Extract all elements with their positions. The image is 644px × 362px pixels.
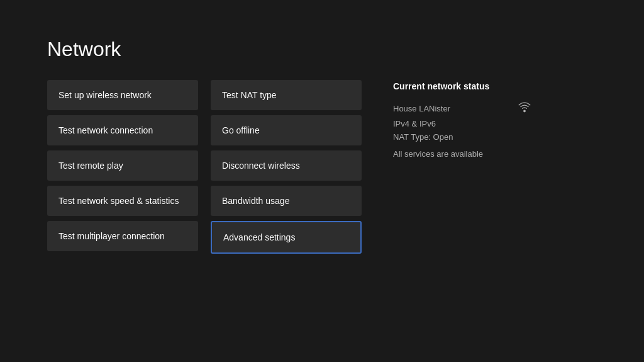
test-speed-button[interactable]: Test network speed & statistics bbox=[47, 186, 198, 216]
network-name-row: House LANister bbox=[393, 101, 531, 115]
test-multiplayer-button[interactable]: Test multiplayer connection bbox=[47, 221, 198, 251]
content-area: Set up wireless network Test network con… bbox=[47, 80, 597, 337]
go-offline-button[interactable]: Go offline bbox=[211, 115, 362, 145]
setup-wireless-button[interactable]: Set up wireless network bbox=[47, 80, 198, 110]
left-column: Set up wireless network Test network con… bbox=[47, 80, 198, 337]
advanced-settings-button[interactable]: Advanced settings bbox=[211, 221, 362, 254]
nat-type-text: NAT Type: Open bbox=[393, 132, 531, 142]
test-nat-button[interactable]: Test NAT type bbox=[211, 80, 362, 110]
network-name-label: House LANister bbox=[393, 104, 450, 113]
page-container: Network Set up wireless network Test net… bbox=[0, 0, 644, 362]
page-title: Network bbox=[47, 38, 597, 61]
disconnect-wireless-button[interactable]: Disconnect wireless bbox=[211, 150, 362, 181]
bandwidth-usage-button[interactable]: Bandwidth usage bbox=[211, 186, 362, 216]
test-connection-button[interactable]: Test network connection bbox=[47, 115, 198, 145]
availability-text: All services are available bbox=[393, 149, 531, 159]
ip-version-text: IPv4 & IPv6 bbox=[393, 119, 531, 128]
status-panel: Current network status House LANister IP… bbox=[393, 80, 531, 337]
wifi-icon bbox=[518, 101, 531, 115]
test-remote-button[interactable]: Test remote play bbox=[47, 150, 198, 181]
right-column: Test NAT type Go offline Disconnect wire… bbox=[211, 80, 362, 337]
status-title: Current network status bbox=[393, 81, 531, 91]
